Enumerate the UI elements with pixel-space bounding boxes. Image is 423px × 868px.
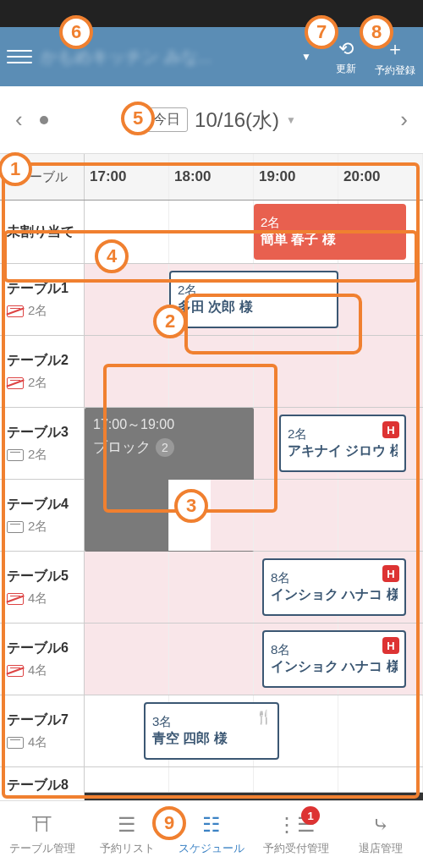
time-header: 19:00 [254, 154, 338, 200]
row-title: テーブル2 [7, 352, 77, 370]
unassigned-row: 未割り当て 2名 簡単 春子 様 [0, 201, 423, 264]
row-title: テーブル3 [7, 424, 77, 442]
callout-7: 7 [305, 15, 338, 49]
table-row: テーブル1 2名 2名 多田 次郎 様 [0, 264, 423, 336]
time-header: 20:00 [338, 154, 423, 200]
prev-day-button[interactable]: ‹ [8, 100, 30, 140]
schedule-icon: ☷ [202, 813, 221, 837]
callout-9: 9 [152, 806, 186, 840]
row-title: テーブル5 [7, 568, 77, 585]
booking-table6[interactable]: 8名 インショク ハナコ 様 H [262, 630, 406, 688]
booking-table1[interactable]: 2名 多田 次郎 様 [169, 271, 338, 328]
bottom-navigation: ⛩ テーブル管理 ☰ 予約リスト ☷ スケジュール ⋮☰ 予約受付管理 1 ⤷ … [0, 800, 423, 868]
table-row: テーブル3 2名 2名 アキナイ ジロウ 様 H 17:00～19:00 ブロッ… [0, 408, 423, 480]
time-header: 18:00 [169, 154, 254, 200]
booking-table3[interactable]: 2名 アキナイ ジロウ 様 H [279, 415, 406, 472]
table-row: テーブル8 [0, 767, 423, 793]
nav-table-management[interactable]: ⛩ テーブル管理 [0, 801, 85, 868]
seat-icon [7, 665, 24, 677]
seat-icon [7, 449, 24, 461]
date-display[interactable]: 10/16(水) [195, 107, 279, 134]
h-badge-icon: H [382, 565, 399, 582]
row-title: テーブル7 [7, 711, 77, 729]
h-badge-icon: H [382, 637, 399, 654]
seat-icon [7, 377, 24, 389]
nav-checkout-management[interactable]: ⤷ 退店管理 [338, 801, 423, 868]
menu-button[interactable] [7, 44, 32, 69]
table-row: テーブル4 2名 [0, 480, 423, 552]
table-row: テーブル7 4名 3名 青空 四郎 様 🍴 [0, 695, 423, 767]
seat-icon [7, 737, 24, 749]
callout-5: 5 [121, 102, 155, 135]
chevron-down-icon: ▼ [286, 114, 296, 126]
callout-6: 6 [59, 15, 93, 49]
nav-dot[interactable] [40, 116, 48, 124]
exit-icon: ⤷ [372, 813, 389, 837]
row-title: テーブル4 [7, 496, 77, 514]
nav-reception-management[interactable]: ⋮☰ 予約受付管理 1 [254, 801, 338, 868]
schedule-grid: テーブル 17:00 18:00 19:00 20:00 未割り当て 2名 簡単… [0, 154, 423, 793]
date-navigation: ‹ 今日 10/16(水) ▼ › [0, 86, 423, 154]
chevron-down-icon: ▼ [301, 51, 311, 63]
time-header: 17:00 [85, 154, 169, 200]
booking-table7[interactable]: 3名 青空 四郎 様 🍴 [144, 702, 279, 760]
cutlery-icon: 🍴 [255, 709, 272, 725]
callout-8: 8 [360, 15, 393, 49]
block-count: 2 [156, 438, 174, 457]
table-row: テーブル5 4名 8名 インショク ハナコ 様 H [0, 552, 423, 624]
row-title: テーブル6 [7, 640, 77, 657]
h-badge-icon: H [382, 421, 399, 438]
booking-table5[interactable]: 8名 インショク ハナコ 様 H [262, 558, 406, 616]
seat-icon [7, 305, 24, 317]
refresh-icon: ⟲ [338, 38, 354, 60]
callout-2: 2 [153, 305, 187, 338]
seat-icon [7, 521, 24, 533]
table-icon: ⛩ [32, 813, 52, 837]
callout-4: 4 [95, 239, 129, 273]
callout-3: 3 [174, 489, 208, 523]
table-row: テーブル6 4名 8名 インショク ハナコ 様 H [0, 624, 423, 695]
seat-icon [7, 593, 24, 605]
list-icon: ☰ [118, 813, 136, 837]
next-day-button[interactable]: › [393, 100, 415, 140]
notification-badge: 1 [301, 806, 320, 825]
row-title: テーブル1 [7, 280, 77, 298]
table-row: テーブル2 2名 [0, 336, 423, 408]
row-title: テーブル8 [7, 777, 77, 794]
booking-unassigned[interactable]: 2名 簡単 春子 様 [254, 204, 406, 260]
row-title: 未割り当て [7, 223, 77, 241]
